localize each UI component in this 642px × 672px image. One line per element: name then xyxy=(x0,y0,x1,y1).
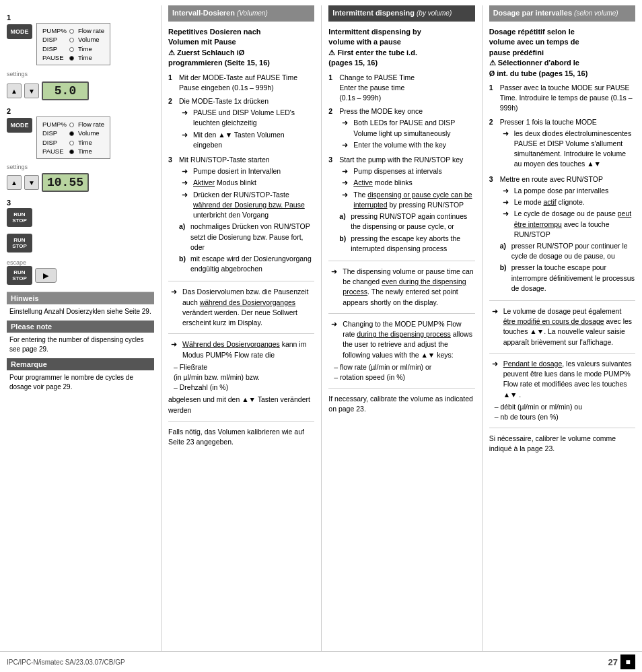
english-divider-3 xyxy=(328,388,474,389)
german-step-3: 3 Mit RUN/STOP-Taste starten ➜ Pumpe dos… xyxy=(168,155,314,275)
french-step-1: 1 Passer avec la touche MODE sur PAUSE T… xyxy=(489,83,635,114)
escape-label: escape xyxy=(7,259,154,266)
section-2-label: 2 xyxy=(7,107,154,115)
french-step-2: 2 Presser 1 fois la touche MODE ➜ les de… xyxy=(489,117,635,171)
down-arrow-1[interactable]: ▼ xyxy=(24,83,39,98)
section-3c: escape RUNSTOP ▶ xyxy=(7,259,154,285)
escape-btn[interactable]: ▶ xyxy=(35,268,57,283)
main-content: 1 MODE PUMP%Flow rate DISPVolume DISPTim… xyxy=(0,0,642,651)
section-1-arrows: ▲ ▼ 5.0 xyxy=(7,81,154,100)
page-container: 1 MODE PUMP%Flow rate DISPVolume DISPTim… xyxy=(0,0,642,672)
english-divider-1 xyxy=(328,261,474,261)
german-divider-1 xyxy=(168,281,314,281)
french-divider-2 xyxy=(489,353,635,354)
please-note-header: Please note xyxy=(7,321,154,333)
french-block-2: ➜ Pendant le dosage, les valeurs suivant… xyxy=(489,359,635,422)
english-step-2: 2 Press the MODE key once ➜ Both LEDs fo… xyxy=(328,106,474,152)
german-step-1: 1 Mit der MODE-Taste auf PAUSE Time Paus… xyxy=(168,73,314,93)
english-steps: 1 Change to PAUSE Time Enter the pause t… xyxy=(328,73,474,256)
french-column: Dosage par intervalles (selon volume) Do… xyxy=(483,5,642,651)
german-block-1: ➜ Das Dosiervolumen bzw. die Pausenzeit … xyxy=(168,287,314,328)
down-arrow-2[interactable]: ▼ xyxy=(24,175,39,190)
section-2: 2 MODE PUMP%Flow rate DISPVolume DISPTim… xyxy=(7,107,154,192)
french-header: Dosage par intervalles (selon volume) xyxy=(489,5,635,22)
french-steps: 1 Passer avec la touche MODE sur PAUSE T… xyxy=(489,83,635,295)
english-step-1: 1 Change to PAUSE Time Enter the pause t… xyxy=(328,73,474,104)
english-column: Intermittent dispensing (by volume) Inte… xyxy=(322,5,482,651)
footer-left: IPC/IPC-N/ismatec SA/23.03.07/CB/GP xyxy=(7,659,125,666)
french-block-1: ➜ Le volume de dosage peut également êtr… xyxy=(489,306,635,347)
settings-label-2: settings xyxy=(7,164,154,170)
page-footer: IPC/IPC-N/ismatec SA/23.03.07/CB/GP 27 ■ xyxy=(0,651,642,672)
english-divider-2 xyxy=(328,313,474,314)
french-divider-1 xyxy=(489,300,635,301)
hinweis-text: Einstellung Anzahl Dosierzyklen siehe Se… xyxy=(7,306,154,321)
mode-button-2[interactable]: MODE xyxy=(7,118,32,133)
english-block-3: If necessary, calibrate the volume as in… xyxy=(328,394,474,414)
section-1-controls: settings xyxy=(7,71,154,79)
french-divider-3 xyxy=(489,428,635,428)
section-1-label: 1 xyxy=(7,13,154,22)
english-title: Intermittent dispensing by volume with a… xyxy=(328,27,474,69)
german-divider-3 xyxy=(168,421,314,422)
up-arrow-1[interactable]: ▲ xyxy=(7,83,22,98)
up-arrow-2[interactable]: ▲ xyxy=(7,175,22,190)
section-1: 1 MODE PUMP%Flow rate DISPVolume DISPTim… xyxy=(7,13,154,100)
section-3: 3 RUNSTOP xyxy=(7,199,154,227)
german-header: Intervall-Dosieren (Volumen) xyxy=(168,5,314,22)
settings-label-1: settings xyxy=(7,71,28,77)
german-title: Repetitives Dosieren nach Volumen mit Pa… xyxy=(168,27,314,69)
german-steps: 1 Mit der MODE-Taste auf PAUSE Time Paus… xyxy=(168,73,314,276)
remarque-text: Pour programmer le nombre de cycles de d… xyxy=(7,372,154,396)
display-1: 5.0 xyxy=(42,81,89,100)
german-block-3: Falls nötig, das Volumen kalibrieren wie… xyxy=(168,427,314,447)
info-boxes: Hinweis Einstellung Anzahl Dosierzyklen … xyxy=(7,292,154,396)
section-3b: RUNSTOP xyxy=(7,234,154,253)
french-block-3: Si nécessaire, calibrer le volume comme … xyxy=(489,434,635,454)
german-divider-2 xyxy=(168,333,314,334)
french-step-3: 3 Mettre en route avec RUN/STOP ➜ La pom… xyxy=(489,174,635,295)
remarque-header: Remarque xyxy=(7,358,154,370)
german-block-2: ➜ Während des Dosiervorganges kann im Mo… xyxy=(168,339,314,415)
french-title: Dosage répétitif selon le volume avec un… xyxy=(489,27,635,79)
section-2-arrows: ▲ ▼ 10.55 xyxy=(7,173,154,192)
run-stop-btn-1[interactable]: RUNSTOP xyxy=(7,208,32,227)
page-number: 27 ■ xyxy=(608,654,635,669)
german-step-2: 2 Die MODE-Taste 1x drücken ➜ PAUSE und … xyxy=(168,96,314,152)
pump-diagram-2: PUMP%Flow rate DISPVolume DISPTime PAUSE… xyxy=(36,116,110,159)
english-header: Intermittent dispensing (by volume) xyxy=(328,5,474,22)
run-stop-btn-2[interactable]: RUNSTOP xyxy=(7,234,32,253)
page-num-box: ■ xyxy=(620,654,635,669)
section-3-label: 3 xyxy=(7,199,154,207)
pump-diagram-1: PUMP%Flow rate DISPVolume DISPTime PAUSE… xyxy=(36,23,110,65)
run-stop-btn-3[interactable]: RUNSTOP xyxy=(7,266,32,285)
german-column: Intervall-Dosieren (Volumen) Repetitives… xyxy=(162,5,322,651)
left-panel: 1 MODE PUMP%Flow rate DISPVolume DISPTim… xyxy=(0,5,162,651)
english-step-3: 3 Start the pump with the RUN/STOP key ➜… xyxy=(328,155,474,255)
english-block-2: ➜ Changing to the MODE PUMP% Flow rate d… xyxy=(328,319,474,382)
display-2: 10.55 xyxy=(42,173,89,192)
mode-button-1[interactable]: MODE xyxy=(7,24,32,39)
please-note-text: For entering the number of dispensing cy… xyxy=(7,334,154,358)
hinweis-header: Hinweis xyxy=(7,292,154,304)
english-block-1: ➜ The dispensing volume or pause time ca… xyxy=(328,267,474,308)
